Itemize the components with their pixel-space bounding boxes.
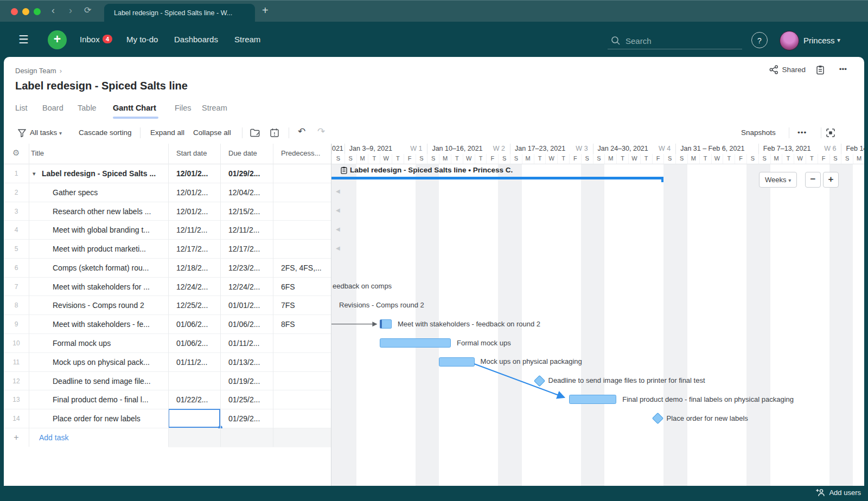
tab-list[interactable]: List xyxy=(15,104,28,112)
tab-board[interactable]: Board xyxy=(42,104,63,112)
predecessor-cell[interactable]: 8FS xyxy=(281,315,295,333)
offscreen-task-indicator[interactable]: ◀ xyxy=(336,207,340,213)
due-date-cell[interactable]: 12/11/2... xyxy=(228,221,259,239)
due-date-cell[interactable]: 12/23/2... xyxy=(228,259,260,277)
table-row[interactable]: 1▾Label redesign - Spiced Salts ...12/01… xyxy=(4,164,331,183)
chevron-down-icon[interactable]: ▾ xyxy=(837,36,840,44)
add-users-button[interactable]: Add users xyxy=(816,489,861,497)
task-title-cell[interactable]: Comps (sketch format) rou... xyxy=(53,259,149,277)
due-date-cell[interactable]: 01/11/2... xyxy=(228,334,259,352)
start-date-cell[interactable]: 12/24/2... xyxy=(176,278,208,296)
table-row[interactable]: 11Mock ups on physical pack...01/11/2...… xyxy=(4,353,331,372)
calendar-icon[interactable] xyxy=(270,128,279,137)
table-row[interactable]: 8Revisions - Comps round 212/25/2...01/0… xyxy=(4,296,331,315)
browser-back-button[interactable]: ‹ xyxy=(52,5,55,16)
undo-button[interactable]: ↶ xyxy=(298,126,305,137)
search-input[interactable]: Search xyxy=(608,34,742,49)
project-duration-bar[interactable] xyxy=(331,177,663,179)
task-title-cell[interactable]: Revisions - Comps round 2 xyxy=(53,296,144,314)
table-row[interactable]: 4Meet with global branding t...12/11/2..… xyxy=(4,221,331,240)
shared-button[interactable]: Shared xyxy=(769,65,806,74)
due-date-cell[interactable]: 01/19/2... xyxy=(228,372,260,390)
task-title-cell[interactable]: Final product demo - final l... xyxy=(53,390,149,409)
start-date-cell[interactable]: 01/22/2... xyxy=(176,390,208,409)
milestone-diamond[interactable] xyxy=(534,375,545,386)
cascade-sorting-button[interactable]: Cascade sorting xyxy=(79,129,132,137)
column-header-due-date[interactable]: Due date xyxy=(228,149,257,157)
task-title-cell[interactable]: Formal mock ups xyxy=(53,334,111,352)
fullscreen-icon[interactable] xyxy=(826,129,835,137)
filter-all-tasks-button[interactable]: All tasks ▾ xyxy=(30,129,62,137)
table-row[interactable]: 6Comps (sketch format) rou...12/18/2...1… xyxy=(4,259,331,278)
table-row[interactable]: 9Meet with stakeholders - fe...01/06/2..… xyxy=(4,315,331,334)
minimize-window-button[interactable] xyxy=(22,8,29,15)
due-date-cell[interactable]: 01/29/2... xyxy=(228,409,260,428)
column-header-title[interactable]: Title xyxy=(31,149,44,157)
nav-item-stream[interactable]: Stream xyxy=(234,35,260,44)
tab-table[interactable]: Table xyxy=(78,104,97,112)
offscreen-task-indicator[interactable]: ◀ xyxy=(336,245,340,251)
timescale-dropdown[interactable]: Weeks ▾ xyxy=(759,172,797,188)
snapshots-button[interactable]: Snapshots xyxy=(741,129,776,137)
nav-item-my-todo[interactable]: My to-do xyxy=(126,35,158,44)
browser-refresh-button[interactable]: ⟳ xyxy=(84,5,91,15)
selected-cell[interactable] xyxy=(168,409,220,428)
task-title-cell[interactable]: Gather specs xyxy=(53,183,98,202)
collapse-chevron-icon[interactable]: ▾ xyxy=(33,164,36,183)
help-button[interactable]: ? xyxy=(751,32,768,48)
due-date-cell[interactable]: 01/01/2... xyxy=(228,296,260,314)
offscreen-task-indicator[interactable]: ◀ xyxy=(336,188,340,194)
milestone-diamond[interactable] xyxy=(652,413,663,424)
column-divider[interactable] xyxy=(168,144,169,447)
start-date-cell[interactable]: 01/11/2... xyxy=(176,353,207,371)
new-tab-button[interactable]: + xyxy=(262,4,269,17)
close-window-button[interactable] xyxy=(11,8,18,15)
zoom-out-button[interactable]: − xyxy=(805,172,821,188)
add-task-row[interactable]: + Add task xyxy=(4,428,331,447)
browser-forward-button[interactable]: › xyxy=(69,5,72,16)
predecessor-cell[interactable]: 2FS, 4FS,... xyxy=(281,259,322,277)
column-header-predecessors[interactable]: Predecess... xyxy=(281,149,320,157)
table-row[interactable]: 2Gather specs12/01/2...12/04/2... xyxy=(4,183,331,202)
start-date-cell[interactable]: 12/18/2... xyxy=(176,259,208,277)
start-date-cell[interactable]: 12/11/2... xyxy=(176,221,207,239)
toolbar-more-button[interactable]: ••• xyxy=(797,129,807,137)
create-new-button[interactable]: + xyxy=(48,30,67,49)
start-date-cell[interactable]: 12/01/2... xyxy=(176,164,208,183)
start-date-cell[interactable]: 01/06/2... xyxy=(176,334,208,352)
task-title-cell[interactable]: Label redesign - Spiced Salts ... xyxy=(42,164,156,183)
offscreen-task-indicator[interactable]: ◀ xyxy=(336,226,340,232)
nav-item-dashboards[interactable]: Dashboards xyxy=(174,35,218,44)
nav-item-inbox[interactable]: Inbox xyxy=(80,35,100,44)
gantt-project-summary[interactable]: Label redesign - Spiced Salts line • Pri… xyxy=(341,166,513,174)
due-date-cell[interactable]: 01/13/2... xyxy=(228,353,260,371)
task-title-cell[interactable]: Meet with stakeholders for ... xyxy=(53,278,150,296)
collapse-all-button[interactable]: Collapse all xyxy=(193,129,231,137)
task-title-cell[interactable]: Meet with global branding t... xyxy=(53,221,150,239)
task-bar[interactable] xyxy=(569,395,616,404)
breadcrumb[interactable]: Design Team› xyxy=(15,67,62,75)
tab-stream[interactable]: Stream xyxy=(202,104,227,112)
start-date-cell[interactable]: 12/25/2... xyxy=(176,296,208,314)
task-title-cell[interactable]: Meet with stakeholders - fe... xyxy=(53,315,150,333)
start-date-cell[interactable]: 12/17/2... xyxy=(176,240,208,258)
task-bar[interactable] xyxy=(380,338,451,348)
filter-icon[interactable] xyxy=(18,129,26,137)
redo-button[interactable]: ↷ xyxy=(317,126,325,137)
browser-tab[interactable]: Label redesign - Spiced Salts line - W..… xyxy=(104,4,255,22)
due-date-cell[interactable]: 12/15/2... xyxy=(228,202,260,221)
more-menu-button[interactable]: ••• xyxy=(839,65,847,73)
add-folder-icon[interactable] xyxy=(250,129,260,137)
clipboard-button[interactable] xyxy=(816,65,825,75)
tab-files[interactable]: Files xyxy=(175,104,192,112)
zoom-window-button[interactable] xyxy=(34,8,41,15)
breadcrumb-item[interactable]: Design Team xyxy=(15,67,56,75)
due-date-cell[interactable]: 01/29/2... xyxy=(228,164,260,183)
table-row[interactable]: 10Formal mock ups01/06/2...01/11/2... xyxy=(4,334,331,353)
tab-gantt-chart[interactable]: Gantt Chart xyxy=(113,104,156,112)
due-date-cell[interactable]: 12/24/2... xyxy=(228,278,260,296)
task-title-cell[interactable]: Mock ups on physical pack... xyxy=(53,353,150,371)
due-date-cell[interactable]: 12/17/2... xyxy=(228,240,260,258)
table-row[interactable]: 3Research other new labels ...12/01/2...… xyxy=(4,202,331,221)
column-divider[interactable] xyxy=(220,144,221,447)
